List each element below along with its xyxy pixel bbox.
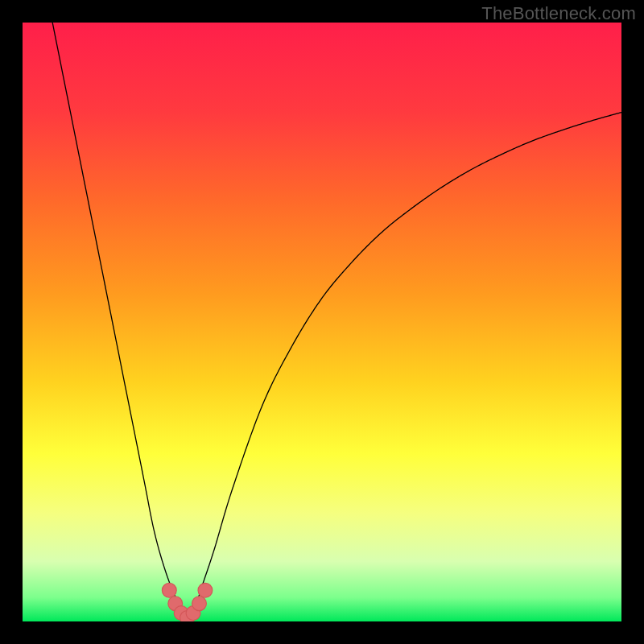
optimum-marker [198,583,213,597]
chart-frame: TheBottleneck.com [0,0,644,644]
optimum-marker [192,597,207,611]
optimum-markers [162,583,212,621]
bottleneck-curve [52,23,621,621]
chart-svg [23,23,621,621]
plot-area [23,23,621,621]
optimum-marker [162,583,176,597]
attribution-text: TheBottleneck.com [481,3,636,24]
